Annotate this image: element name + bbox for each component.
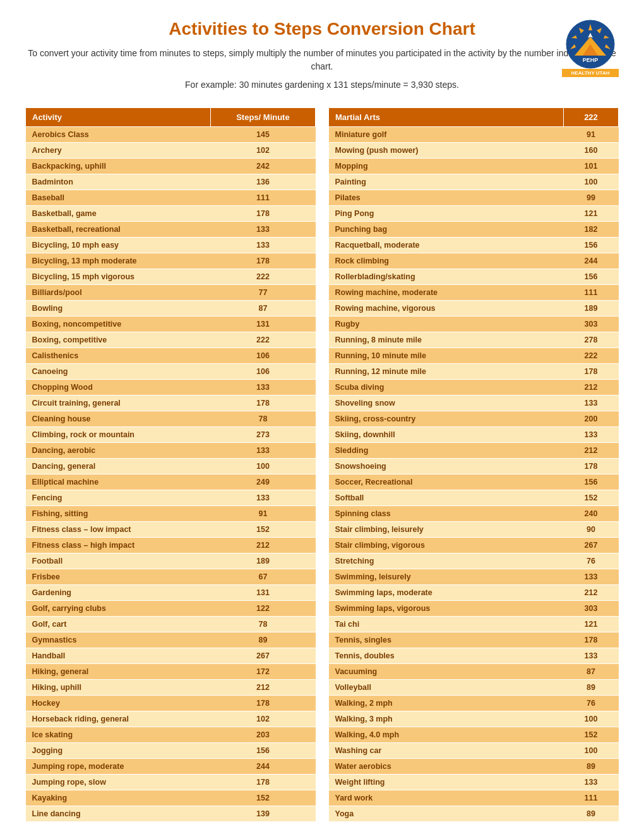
activity-cell: Yoga <box>329 806 564 822</box>
table-row: Basketball, game178 <box>26 206 316 222</box>
activity-cell: Mowing (push mower) <box>329 143 564 159</box>
table-row: Running, 8 minute mile278 <box>329 332 619 348</box>
left-table: Activity Steps/ Minute Aerobics Class145… <box>25 107 316 822</box>
activity-cell: Yard work <box>329 790 564 806</box>
activity-cell: Running, 12 minute mile <box>329 364 564 380</box>
left-col-activity-header: Activity <box>26 108 211 127</box>
activity-cell: Basketball, recreational <box>26 222 211 238</box>
steps-cell: 212 <box>210 538 315 553</box>
table-row: Ice skating203 <box>26 727 316 743</box>
steps-cell: 178 <box>563 364 618 380</box>
table-row: Cleaning house78 <box>26 411 316 427</box>
table-row: Backpacking, uphill242 <box>26 159 316 174</box>
steps-cell: 242 <box>210 159 315 174</box>
table-row: Aerobics Class145 <box>26 127 316 143</box>
table-row: Skiing, cross-country200 <box>329 411 619 427</box>
table-row: Jumping rope, slow178 <box>26 775 316 790</box>
activity-cell: Swimming, leisurely <box>329 569 564 585</box>
table-row: Hiking, general172 <box>26 664 316 680</box>
table-row: Football189 <box>26 553 316 569</box>
table-row: Water aerobics89 <box>329 759 619 775</box>
steps-cell: 212 <box>563 585 618 601</box>
steps-cell: 90 <box>563 522 618 538</box>
steps-cell: 212 <box>563 443 618 459</box>
activity-cell: Running, 10 minute mile <box>329 348 564 364</box>
table-row: Badminton136 <box>26 174 316 190</box>
activity-cell: Badminton <box>26 174 211 190</box>
activity-cell: Line dancing <box>26 806 211 822</box>
table-row: Mopping101 <box>329 159 619 174</box>
steps-cell: 200 <box>563 411 618 427</box>
steps-cell: 77 <box>210 285 315 301</box>
steps-cell: 178 <box>563 459 618 474</box>
table-row: Weight lifting133 <box>329 775 619 790</box>
left-col-steps-header: Steps/ Minute <box>210 108 315 127</box>
steps-cell: 244 <box>563 253 618 269</box>
table-row: Boxing, competitive222 <box>26 332 316 348</box>
table-row: Fencing133 <box>26 490 316 506</box>
activity-cell: Hiking, uphill <box>26 680 211 696</box>
activity-cell: Stair climbing, vigorous <box>329 538 564 553</box>
table-row: Basketball, recreational133 <box>26 222 316 238</box>
activity-cell: Walking, 4.0 mph <box>329 727 564 743</box>
steps-cell: 111 <box>210 190 315 206</box>
steps-cell: 222 <box>210 269 315 285</box>
steps-cell: 76 <box>563 553 618 569</box>
steps-cell: 139 <box>210 806 315 822</box>
table-row: Rugby303 <box>329 317 619 332</box>
activity-cell: Softball <box>329 490 564 506</box>
steps-cell: 89 <box>563 759 618 775</box>
steps-cell: 91 <box>563 127 618 143</box>
steps-cell: 111 <box>563 790 618 806</box>
steps-cell: 189 <box>563 301 618 317</box>
steps-cell: 172 <box>210 664 315 680</box>
right-table-wrapper: Martial Arts 222 Miniature golf91Mowing … <box>328 107 619 822</box>
steps-cell: 222 <box>563 348 618 364</box>
table-row: Stretching76 <box>329 553 619 569</box>
table-row: Hockey178 <box>26 696 316 711</box>
activity-cell: Calisthenics <box>26 348 211 364</box>
activity-cell: Backpacking, uphill <box>26 159 211 174</box>
table-row: Tai chi121 <box>329 617 619 632</box>
steps-cell: 76 <box>563 696 618 711</box>
logo-area: PEHP HEALTHY UTAH <box>562 19 619 77</box>
activity-cell: Gardening <box>26 585 211 601</box>
table-row: Dancing, aerobic133 <box>26 443 316 459</box>
activity-cell: Rowing machine, moderate <box>329 285 564 301</box>
steps-cell: 89 <box>210 632 315 648</box>
table-row: Swimming laps, vigorous303 <box>329 601 619 617</box>
activity-cell: Elliptical machine <box>26 474 211 490</box>
table-row: Jogging156 <box>26 743 316 759</box>
activity-cell: Tai chi <box>329 617 564 632</box>
table-row: Bowling87 <box>26 301 316 317</box>
tables-container: Activity Steps/ Minute Aerobics Class145… <box>25 107 619 822</box>
activity-cell: Skiing, cross-country <box>329 411 564 427</box>
steps-cell: 133 <box>210 443 315 459</box>
table-row: Swimming, leisurely133 <box>329 569 619 585</box>
steps-cell: 249 <box>210 474 315 490</box>
activity-cell: Kayaking <box>26 790 211 806</box>
steps-cell: 212 <box>210 680 315 696</box>
logo-label: HEALTHY UTAH <box>562 69 619 77</box>
table-row: Shoveling snow133 <box>329 396 619 411</box>
table-row: Rollerblading/skating156 <box>329 269 619 285</box>
activity-cell: Baseball <box>26 190 211 206</box>
steps-cell: 102 <box>210 711 315 727</box>
table-row: Spinning class240 <box>329 506 619 522</box>
table-row: Gymnastics89 <box>26 632 316 648</box>
table-row: Running, 12 minute mile178 <box>329 364 619 380</box>
table-row: Chopping Wood133 <box>26 380 316 396</box>
table-row: Golf, cart78 <box>26 617 316 632</box>
table-row: Dancing, general100 <box>26 459 316 474</box>
steps-cell: 178 <box>210 206 315 222</box>
activity-cell: Frisbee <box>26 569 211 585</box>
steps-cell: 212 <box>563 380 618 396</box>
steps-cell: 100 <box>563 743 618 759</box>
table-row: Bicycling, 13 mph moderate178 <box>26 253 316 269</box>
table-row: Rowing machine, vigorous189 <box>329 301 619 317</box>
steps-cell: 133 <box>563 569 618 585</box>
table-row: Pilates99 <box>329 190 619 206</box>
activity-cell: Fitness class – low impact <box>26 522 211 538</box>
table-row: Walking, 4.0 mph152 <box>329 727 619 743</box>
steps-cell: 121 <box>563 206 618 222</box>
